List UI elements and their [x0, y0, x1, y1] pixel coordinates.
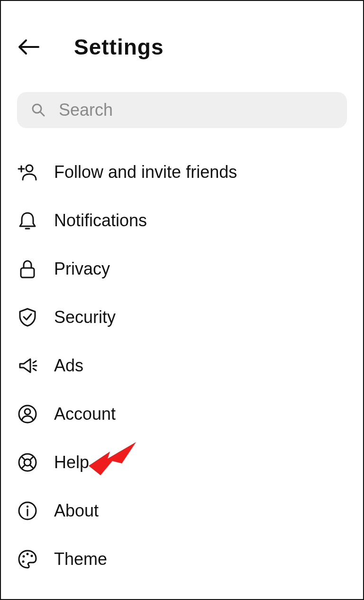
menu-item-help[interactable]: Help: [17, 438, 347, 487]
svg-line-14: [21, 456, 25, 460]
menu-item-follow-invite[interactable]: Follow and invite friends: [17, 148, 347, 196]
search-box[interactable]: [17, 92, 347, 128]
search-input[interactable]: [59, 100, 333, 120]
bell-icon: [17, 210, 38, 231]
svg-line-9: [33, 369, 36, 370]
menu-label: Security: [54, 307, 116, 327]
svg-point-23: [31, 555, 33, 557]
menu-label: Notifications: [54, 211, 147, 231]
user-circle-icon: [17, 404, 38, 425]
svg-line-15: [30, 465, 34, 469]
svg-rect-6: [21, 268, 34, 277]
search-icon: [31, 103, 46, 117]
page-title: Settings: [74, 34, 164, 60]
svg-line-1: [40, 112, 44, 116]
menu-label: Help: [54, 452, 89, 472]
svg-point-2: [26, 165, 33, 172]
arrow-left-icon: [18, 38, 40, 55]
lifebuoy-icon: [17, 452, 38, 473]
svg-point-19: [27, 506, 28, 508]
menu-label: Follow and invite friends: [54, 162, 237, 182]
svg-line-7: [33, 361, 36, 363]
palette-icon: [17, 549, 38, 570]
menu-item-privacy[interactable]: Privacy: [17, 245, 347, 293]
menu-item-account[interactable]: Account: [17, 390, 347, 438]
menu-label: About: [54, 501, 99, 521]
menu-item-notifications[interactable]: Notifications: [17, 196, 347, 245]
megaphone-icon: [17, 355, 38, 376]
shield-check-icon: [17, 307, 38, 328]
svg-point-24: [22, 561, 25, 563]
svg-line-17: [21, 465, 25, 469]
menu-label: Privacy: [54, 259, 110, 279]
svg-point-21: [23, 555, 25, 558]
lock-icon: [17, 258, 38, 279]
svg-point-22: [27, 553, 29, 555]
menu-item-security[interactable]: Security: [17, 293, 347, 342]
svg-point-13: [24, 459, 31, 466]
settings-menu: Follow and invite friends Notifications …: [1, 143, 363, 583]
info-icon: [17, 500, 38, 521]
svg-line-16: [30, 456, 34, 460]
menu-item-about[interactable]: About: [17, 487, 347, 535]
svg-point-11: [25, 409, 30, 415]
menu-label: Ads: [54, 356, 83, 376]
menu-label: Theme: [54, 549, 107, 569]
menu-label: Account: [54, 404, 116, 424]
menu-item-ads[interactable]: Ads: [17, 342, 347, 390]
user-plus-icon: [17, 162, 38, 183]
header: Settings: [1, 1, 363, 79]
back-button[interactable]: [17, 35, 41, 59]
menu-item-theme[interactable]: Theme: [17, 535, 347, 583]
